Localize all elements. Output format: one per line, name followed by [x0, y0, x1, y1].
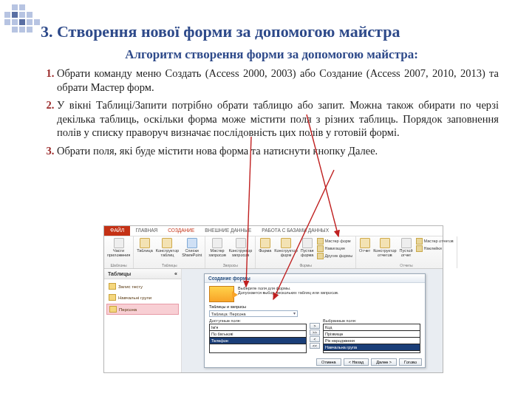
wizard-title: Создание формы — [205, 274, 425, 283]
ribbon-form-wizard[interactable]: Мастер форм — [317, 238, 353, 245]
algorithm-list: Обрати команду меню Создать (Access 2000… — [41, 66, 499, 157]
ribbon-other-forms[interactable]: Другие формы — [317, 253, 353, 259]
ribbon-parts[interactable]: Части приложения — [107, 238, 130, 257]
wizard-finish-button[interactable]: Готово — [399, 358, 422, 366]
field-move-buttons: > >> < << — [310, 318, 320, 353]
nav-table-item[interactable]: Навчальні групи — [106, 293, 179, 302]
wizard-instructions: Выберите поля для формы. Допускается выб… — [238, 286, 338, 296]
tables-queries-combo[interactable]: Таблица: Персона — [209, 310, 298, 317]
step-2: У вікні Таблиці/Запити потрібно обрати т… — [57, 98, 499, 140]
ribbon-tab-dbtools[interactable]: РАБОТА С БАЗАМИ ДАННЫХ — [256, 226, 334, 236]
ribbon-table-design[interactable]: Конструктор таблиц — [156, 238, 179, 257]
nav-table-item-selected[interactable]: Персона — [106, 304, 179, 315]
ribbon-group-reports: Отчеты — [359, 263, 454, 267]
selected-fields-list[interactable]: Код Прізвище Рік народження Навчальна гр… — [323, 324, 420, 353]
chevron-down-icon: « — [174, 271, 177, 276]
step-3: Обрати поля, які буде містити нова форма… — [57, 144, 499, 158]
ribbon-blank-report[interactable]: Пустой отчет — [400, 238, 413, 257]
selected-fields-label: Выбранные поля: — [323, 318, 420, 323]
ribbon-group-forms: Формы — [259, 263, 352, 267]
ribbon-report-design[interactable]: Конструктор отчетов — [373, 238, 396, 257]
slide-title: 3. Створення нової форми за допомогою ма… — [41, 22, 502, 41]
ribbon-group-templates: Шаблоны — [107, 263, 130, 267]
access-screenshot: ФАЙЛ ГЛАВНАЯ СОЗДАНИЕ ВНЕШНИЕ ДАННЫЕ РАБ… — [103, 225, 443, 377]
ribbon-form-design[interactable]: Конструктор форм — [274, 238, 297, 257]
tables-queries-label: Таблицы и запросы — [209, 304, 246, 309]
ribbon-table[interactable]: Таблица — [137, 238, 153, 253]
ribbon-labels[interactable]: Наклейки — [416, 245, 454, 252]
work-area: Создание формы Выберите поля для формы. … — [182, 269, 443, 372]
ribbon-tab-file[interactable]: ФАЙЛ — [104, 226, 130, 236]
wizard-banner-icon — [209, 286, 234, 302]
ribbon-tabstrip: ФАЙЛ ГЛАВНАЯ СОЗДАНИЕ ВНЕШНИЕ ДАННЫЕ РАБ… — [104, 226, 443, 236]
step-1: Обрати команду меню Создать (Access 2000… — [57, 66, 499, 94]
move-all-left-button[interactable]: << — [310, 343, 320, 349]
ribbon-tab-external[interactable]: ВНЕШНИЕ ДАННЫЕ — [200, 226, 256, 236]
ribbon-body: Части приложения Шаблоны Таблица Констру… — [104, 236, 443, 269]
nav-pane-header[interactable]: Таблицы« — [104, 269, 181, 279]
slide-corner-decoration — [4, 4, 47, 33]
wizard-next-button[interactable]: Далее > — [371, 358, 397, 366]
slide-subtitle: Алгоритм створення форми за допомогою ма… — [41, 47, 502, 62]
wizard-cancel-button[interactable]: Отмена — [316, 358, 341, 366]
access-window: ФАЙЛ ГЛАВНАЯ СОЗДАНИЕ ВНЕШНИЕ ДАННЫЕ РАБ… — [103, 225, 443, 373]
form-wizard-dialog: Создание формы Выберите поля для формы. … — [204, 273, 426, 368]
move-left-button[interactable]: < — [310, 336, 320, 342]
ribbon-group-tables: Таблицы — [137, 263, 202, 267]
ribbon-report-wizard[interactable]: Мастер отчетов — [416, 238, 454, 245]
ribbon-query-wizard[interactable]: Мастер запросов — [208, 238, 225, 257]
nav-table-item[interactable]: Запис тесту — [106, 282, 179, 291]
move-all-right-button[interactable]: >> — [310, 330, 320, 335]
ribbon-query-design[interactable]: Конструктор запросов — [229, 238, 252, 257]
ribbon-tab-create[interactable]: СОЗДАНИЕ — [163, 226, 200, 236]
navigation-pane: Таблицы« Запис тесту Навчальні групи Пер… — [104, 269, 182, 372]
available-fields-list[interactable]: Ім'я По батькові Телефон — [209, 324, 307, 353]
move-right-button[interactable]: > — [310, 323, 320, 329]
available-fields-label: Доступные поля: — [209, 318, 307, 323]
wizard-back-button[interactable]: < Назад — [344, 358, 369, 366]
ribbon-report[interactable]: Отчет — [359, 238, 370, 253]
ribbon-sp-lists[interactable]: Списки SharePoint — [182, 238, 202, 257]
ribbon-navigation[interactable]: Навигация — [317, 245, 353, 252]
ribbon-tab-home[interactable]: ГЛАВНАЯ — [130, 226, 163, 236]
ribbon-group-queries: Запросы — [208, 263, 252, 267]
ribbon-blank-form[interactable]: Пустая форма — [301, 238, 314, 257]
ribbon-form[interactable]: Форма — [259, 238, 271, 253]
